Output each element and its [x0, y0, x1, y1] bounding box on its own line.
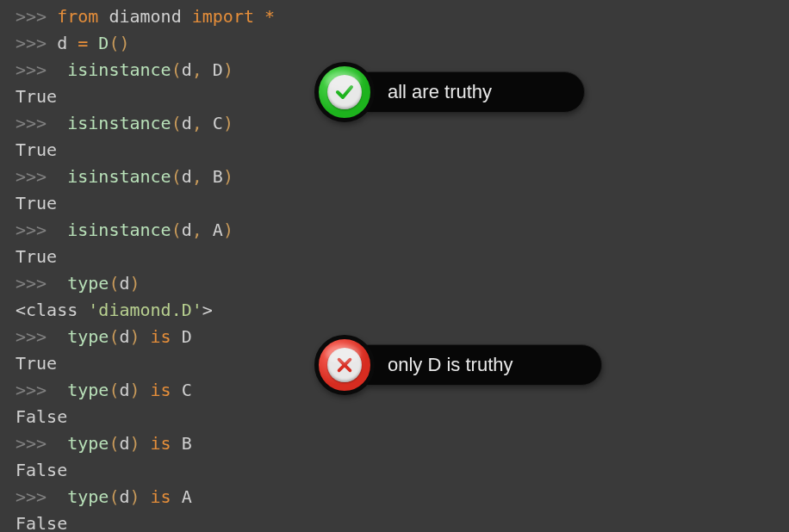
- badge-circle: [314, 335, 375, 395]
- badge-circle: [314, 62, 375, 122]
- annotation-truthy-all: all are truthy: [314, 67, 585, 117]
- code-line: False: [16, 457, 773, 484]
- check-icon: [327, 75, 362, 109]
- code-line: False: [16, 510, 773, 532]
- badge-label: only D is truthy: [344, 344, 602, 386]
- annotation-truthy-only-d: only D is truthy: [314, 340, 602, 390]
- code-line: >>> d = D(): [16, 30, 773, 57]
- code-line: >>> isinstance(d, A): [16, 217, 773, 244]
- code-line: >>> isinstance(d, B): [16, 164, 773, 190]
- code-line: >>> type(d) is B: [16, 430, 773, 457]
- badge-label: all are truthy: [344, 71, 585, 113]
- code-line: False: [16, 404, 773, 430]
- code-line: >>> from diamond import *: [16, 3, 773, 30]
- code-line: True: [16, 137, 773, 164]
- code-line: >>> type(d) is A: [16, 484, 773, 510]
- cross-icon: [327, 348, 362, 382]
- code-line: >>> type(d): [16, 270, 773, 297]
- code-line: <class 'diamond.D'>: [16, 297, 773, 324]
- code-line: True: [16, 244, 773, 270]
- code-line: True: [16, 190, 773, 217]
